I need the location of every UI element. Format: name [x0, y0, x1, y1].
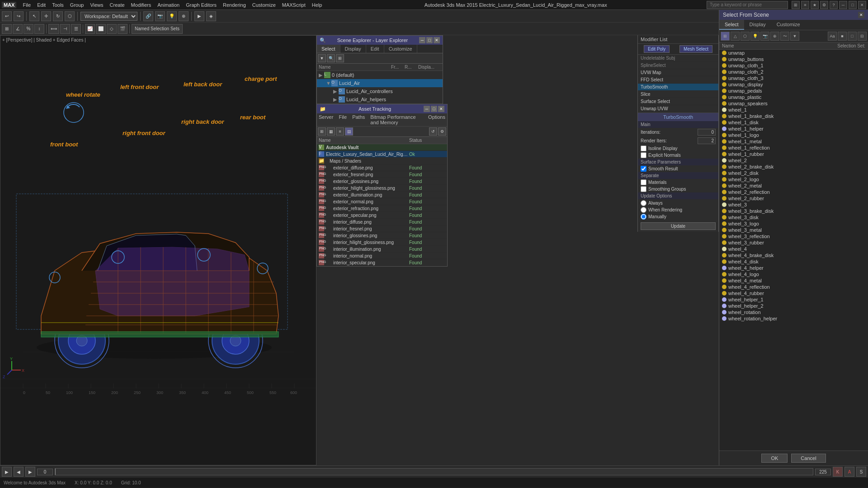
asset-menu-options[interactable]: Options [428, 114, 445, 125]
sfs-item-wheel-4-rubber[interactable]: wheel_4_rubber [719, 290, 868, 296]
asset-menu-bitmap[interactable]: Bitmap Performance and Memory [370, 114, 423, 125]
menu-rendering[interactable]: Rendering [220, 1, 249, 9]
sfs-lights-btn[interactable]: 💡 [750, 32, 760, 41]
sfs-select-all-btn[interactable]: ■ [838, 32, 847, 41]
undo-btn[interactable]: ↩ [2, 11, 12, 21]
align-btn[interactable]: ⊣ [60, 24, 70, 34]
asset-btn-2[interactable]: ▦ [327, 127, 335, 136]
schematic-view-btn[interactable]: ⬜ [96, 24, 106, 34]
expand-icon[interactable]: ▶ [319, 72, 324, 78]
maximize-asset-btn[interactable]: □ [431, 106, 437, 112]
frame-end-input[interactable] [815, 469, 831, 475]
ts-manually-radio[interactable] [641, 214, 646, 220]
sfs-tab-select[interactable]: Select [719, 20, 744, 30]
sfs-item-wheel-1-brake-disk[interactable]: wheel_1_brake_disk [719, 113, 868, 119]
tab-display[interactable]: Display [340, 45, 366, 53]
maximize-btn[interactable]: □ [849, 1, 857, 9]
asset-menu-file[interactable]: File [339, 114, 347, 125]
ts-isoline-checkbox[interactable] [641, 145, 646, 151]
current-frame-input[interactable] [37, 469, 53, 475]
graph-editor-btn[interactable]: 📈 [85, 24, 95, 34]
sfs-all-btn[interactable]: ⊞ [721, 32, 730, 41]
minimize-btn[interactable]: ─ [839, 1, 847, 9]
sfs-item-wheel-4-helper[interactable]: wheel_4_helper [719, 265, 868, 271]
menu-customize[interactable]: Customize [250, 1, 278, 9]
sfs-item-wheel-1[interactable]: wheel_1 [719, 107, 868, 113]
sfs-invert-btn[interactable]: ⊟ [858, 32, 867, 41]
light-btn[interactable]: 💡 [167, 11, 177, 21]
sfs-item-unwrap-cloth-1[interactable]: unwrap_cloth_1 [719, 62, 868, 69]
sfs-item-wheel-1-metal[interactable]: wheel_1_metal [719, 138, 868, 145]
move-btn[interactable]: ✛ [41, 11, 51, 21]
sfs-filter-btn[interactable]: ▼ [790, 32, 799, 41]
sfs-item-unwrap-plastic[interactable]: unwrap_plastic [719, 94, 868, 100]
sfs-item-wheel-2[interactable]: wheel_2 [719, 157, 868, 164]
ts-always-radio[interactable] [641, 200, 646, 206]
sfs-item-wheel-1-disk[interactable]: wheel_1_disk [719, 119, 868, 126]
menu-modifiers[interactable]: Modifiers [128, 1, 154, 9]
link-btn[interactable]: 🔗 [143, 11, 153, 21]
menu-group[interactable]: Group [67, 1, 87, 9]
layer-btn[interactable]: ☰ [71, 24, 81, 34]
sfs-item-wheel-3-reflection[interactable]: wheel_3_reflection [719, 233, 868, 239]
sfs-item-wheel-rotation-helper[interactable]: wheel_rotation_helper [719, 315, 868, 322]
mod-undeletable[interactable]: Undeletable Subj [638, 55, 718, 62]
ts-smoothing-groups-checkbox[interactable] [641, 186, 646, 192]
asset-exterior-hilight[interactable]: PNG exterior_hilight_glossiness.png Foun… [317, 185, 447, 192]
close-asset-btn[interactable]: ✕ [438, 106, 444, 112]
sfs-item-wheel-2-metal[interactable]: wheel_2_metal [719, 183, 868, 189]
sfs-item-wheel-1-helper[interactable]: wheel_1_helper [719, 126, 868, 132]
asset-interior-hilight[interactable]: PNG interior_hilight_glossiness.png Foun… [317, 239, 447, 246]
sfs-item-wheel-3-rubber[interactable]: wheel_3_rubber [719, 239, 868, 246]
ts-iterations-input[interactable] [698, 129, 716, 136]
filter-btn[interactable]: ▼ [318, 54, 326, 62]
ts-smooth-result-checkbox[interactable] [641, 166, 646, 172]
named-select-btn[interactable]: Named Selection Sets [132, 24, 183, 34]
asset-vault-row[interactable]: V Autodesk Vault [317, 144, 447, 151]
sfs-item-unwrap[interactable]: unwrap [719, 50, 868, 56]
ts-explicit-checkbox[interactable] [641, 152, 646, 158]
asset-interior-fresnel[interactable]: PNG interior_fresnel.png Found [317, 225, 447, 232]
tab-select[interactable]: Select [317, 45, 340, 53]
ts-materials-checkbox[interactable] [641, 179, 646, 185]
sfs-spacewarps-btn[interactable]: 〜 [780, 32, 789, 41]
prev-frame-btn[interactable]: ◀ [14, 467, 24, 477]
sfs-item-wheel-4-logo[interactable]: wheel_4_logo [719, 271, 868, 277]
mod-splineselect[interactable]: SplineSelect [638, 62, 718, 69]
search-input[interactable] [707, 1, 788, 9]
maximize-scene-btn[interactable]: □ [426, 37, 433, 43]
select-btn[interactable]: ↖ [29, 11, 39, 21]
sfs-item-wheel-2-logo[interactable]: wheel_2_logo [719, 176, 868, 183]
sfs-item-wheel-4-brake-disk[interactable]: wheel_4_brake_disk [719, 252, 868, 258]
mod-slice[interactable]: Slice [638, 91, 718, 98]
auto-key-btn[interactable]: A [844, 467, 854, 477]
asset-refresh-btn[interactable]: ↺ [429, 127, 437, 136]
expand-icon-4[interactable]: ▶ [333, 97, 339, 103]
sfs-case-btn[interactable]: Aa [828, 32, 837, 41]
sfs-item-wheel-3[interactable]: wheel_3 [719, 202, 868, 208]
scale-btn[interactable]: ⬡ [65, 11, 75, 21]
sfs-cameras-btn[interactable]: 📷 [760, 32, 769, 41]
sfs-select-none-btn[interactable]: □ [848, 32, 857, 41]
tree-item-lucid-air[interactable]: ▼ O Lucid_Air [317, 79, 443, 87]
percent-snap-btn[interactable]: % [24, 24, 33, 34]
ts-when-rendering-radio[interactable] [641, 207, 646, 213]
menu-views[interactable]: Views [87, 1, 106, 9]
sfs-tab-display[interactable]: Display [744, 20, 771, 30]
asset-exterior-fresnel[interactable]: PNG exterior_fresnel.png Found [317, 171, 447, 178]
asset-exterior-illumination[interactable]: PNG exterior_illumination.png Found [317, 192, 447, 198]
asset-exterior-glossines[interactable]: PNG exterior_glossines.png Found [317, 178, 447, 185]
expand-icon-2[interactable]: ▼ [326, 80, 331, 86]
rotate-btn[interactable]: ↻ [53, 11, 63, 21]
minimize-asset-btn[interactable]: ─ [424, 106, 430, 112]
sfs-item-wheel-4-metal[interactable]: wheel_4_metal [719, 277, 868, 284]
asset-maps-row[interactable]: 📁 Maps / Shaders [317, 158, 447, 164]
sfs-item-wheel-1-rubber[interactable]: wheel_1_rubber [719, 151, 868, 157]
sfs-item-wheel-2-rubber[interactable]: wheel_2_rubber [719, 195, 868, 202]
sfs-item-wheel-helper-1[interactable]: wheel_helper_1 [719, 296, 868, 303]
sfs-item-wheel-3-metal[interactable]: wheel_3_metal [719, 227, 868, 233]
expand-btn[interactable]: ⊞ [336, 54, 344, 62]
tab-edit[interactable]: Edit [366, 45, 384, 53]
icon-btn-1[interactable]: ⊞ [792, 1, 800, 9]
render-btn[interactable]: ▶ [194, 11, 204, 21]
